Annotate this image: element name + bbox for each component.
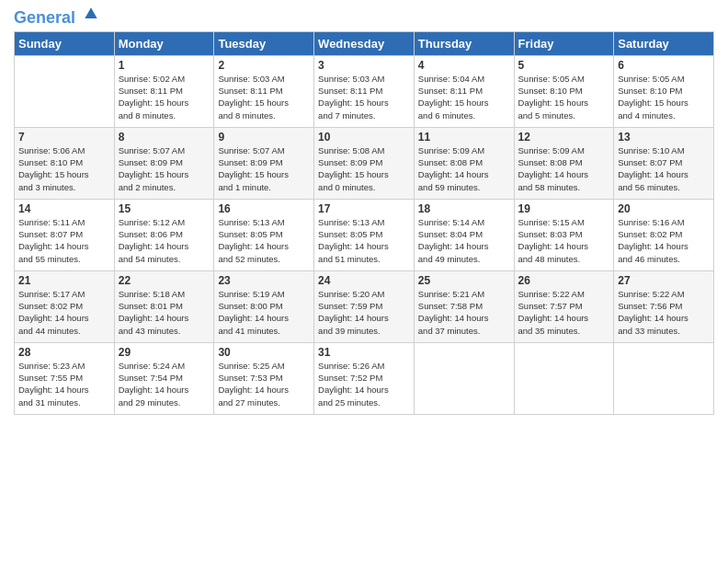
day-number: 8 (119, 131, 210, 144)
day-cell: 19Sunrise: 5:15 AM Sunset: 8:03 PM Dayli… (514, 199, 614, 270)
day-number: 2 (218, 59, 310, 72)
day-cell: 21Sunrise: 5:17 AM Sunset: 8:02 PM Dayli… (15, 270, 115, 342)
day-info: Sunrise: 5:04 AM Sunset: 8:11 PM Dayligh… (418, 73, 510, 121)
day-info: Sunrise: 5:25 AM Sunset: 7:53 PM Dayligh… (218, 360, 310, 408)
day-info: Sunrise: 5:10 AM Sunset: 8:07 PM Dayligh… (618, 144, 710, 193)
day-info: Sunrise: 5:15 AM Sunset: 8:03 PM Dayligh… (518, 216, 610, 265)
day-cell: 14Sunrise: 5:11 AM Sunset: 8:07 PM Dayli… (15, 199, 115, 270)
weekday-header-wednesday: Wednesday (314, 31, 415, 55)
day-cell (15, 55, 115, 127)
day-cell: 5Sunrise: 5:05 AM Sunset: 8:10 PM Daylig… (514, 55, 614, 127)
day-number: 27 (618, 274, 710, 287)
day-info: Sunrise: 5:06 AM Sunset: 8:10 PM Dayligh… (18, 144, 110, 193)
day-cell (614, 342, 714, 414)
weekday-row: SundayMondayTuesdayWednesdayThursdayFrid… (15, 31, 714, 55)
logo-text: General (14, 9, 100, 28)
weekday-header-saturday: Saturday (614, 31, 714, 55)
day-number: 10 (318, 131, 410, 144)
weekday-header-tuesday: Tuesday (214, 31, 314, 55)
day-number: 9 (218, 131, 310, 144)
week-row-1: 1Sunrise: 5:02 AM Sunset: 8:11 PM Daylig… (15, 55, 714, 127)
day-cell: 25Sunrise: 5:21 AM Sunset: 7:58 PM Dayli… (414, 270, 514, 342)
day-cell: 3Sunrise: 5:03 AM Sunset: 8:11 PM Daylig… (314, 55, 415, 127)
day-number: 4 (418, 59, 510, 72)
week-row-3: 14Sunrise: 5:11 AM Sunset: 8:07 PM Dayli… (15, 199, 714, 270)
day-number: 26 (518, 274, 610, 287)
day-cell: 29Sunrise: 5:24 AM Sunset: 7:54 PM Dayli… (114, 342, 214, 414)
day-number: 16 (218, 202, 310, 215)
day-cell: 18Sunrise: 5:14 AM Sunset: 8:04 PM Dayli… (414, 199, 514, 270)
day-number: 25 (418, 274, 510, 287)
day-info: Sunrise: 5:18 AM Sunset: 8:01 PM Dayligh… (119, 288, 210, 337)
day-info: Sunrise: 5:07 AM Sunset: 8:09 PM Dayligh… (218, 144, 310, 193)
day-info: Sunrise: 5:09 AM Sunset: 8:08 PM Dayligh… (518, 144, 610, 193)
day-info: Sunrise: 5:07 AM Sunset: 8:09 PM Dayligh… (119, 144, 210, 193)
day-cell: 13Sunrise: 5:10 AM Sunset: 8:07 PM Dayli… (614, 127, 714, 199)
day-cell: 22Sunrise: 5:18 AM Sunset: 8:01 PM Dayli… (114, 270, 214, 342)
day-cell: 20Sunrise: 5:16 AM Sunset: 8:02 PM Dayli… (614, 199, 714, 270)
day-info: Sunrise: 5:16 AM Sunset: 8:02 PM Dayligh… (618, 216, 710, 265)
day-cell: 4Sunrise: 5:04 AM Sunset: 8:11 PM Daylig… (414, 55, 514, 127)
day-info: Sunrise: 5:08 AM Sunset: 8:09 PM Dayligh… (318, 144, 410, 193)
day-number: 19 (518, 202, 610, 215)
day-number: 6 (618, 59, 710, 72)
day-number: 28 (18, 346, 110, 359)
day-cell: 6Sunrise: 5:05 AM Sunset: 8:10 PM Daylig… (614, 55, 714, 127)
week-row-5: 28Sunrise: 5:23 AM Sunset: 7:55 PM Dayli… (15, 342, 714, 414)
day-number: 5 (518, 59, 610, 72)
day-info: Sunrise: 5:03 AM Sunset: 8:11 PM Dayligh… (318, 73, 410, 121)
day-info: Sunrise: 5:13 AM Sunset: 8:05 PM Dayligh… (318, 216, 410, 265)
day-number: 18 (418, 202, 510, 215)
day-cell: 2Sunrise: 5:03 AM Sunset: 8:11 PM Daylig… (214, 55, 314, 127)
day-cell (414, 342, 514, 414)
day-number: 12 (518, 131, 610, 144)
day-cell: 23Sunrise: 5:19 AM Sunset: 8:00 PM Dayli… (214, 270, 314, 342)
logo: General (14, 9, 100, 24)
svg-marker-0 (85, 7, 97, 18)
day-number: 3 (318, 59, 410, 72)
day-info: Sunrise: 5:02 AM Sunset: 8:11 PM Dayligh… (119, 73, 210, 121)
day-info: Sunrise: 5:13 AM Sunset: 8:05 PM Dayligh… (218, 216, 310, 265)
day-info: Sunrise: 5:20 AM Sunset: 7:59 PM Dayligh… (318, 288, 410, 337)
day-cell: 11Sunrise: 5:09 AM Sunset: 8:08 PM Dayli… (414, 127, 514, 199)
day-number: 24 (318, 274, 410, 287)
day-number: 22 (119, 274, 210, 287)
day-info: Sunrise: 5:19 AM Sunset: 8:00 PM Dayligh… (218, 288, 310, 337)
day-info: Sunrise: 5:22 AM Sunset: 7:56 PM Dayligh… (618, 288, 710, 337)
day-info: Sunrise: 5:03 AM Sunset: 8:11 PM Dayligh… (218, 73, 310, 121)
calendar-table: SundayMondayTuesdayWednesdayThursdayFrid… (14, 31, 714, 415)
week-row-4: 21Sunrise: 5:17 AM Sunset: 8:02 PM Dayli… (15, 270, 714, 342)
day-cell: 31Sunrise: 5:26 AM Sunset: 7:52 PM Dayli… (314, 342, 415, 414)
day-info: Sunrise: 5:12 AM Sunset: 8:06 PM Dayligh… (119, 216, 210, 265)
week-row-2: 7Sunrise: 5:06 AM Sunset: 8:10 PM Daylig… (15, 127, 714, 199)
day-info: Sunrise: 5:17 AM Sunset: 8:02 PM Dayligh… (18, 288, 110, 337)
day-number: 23 (218, 274, 310, 287)
day-cell (514, 342, 614, 414)
day-info: Sunrise: 5:14 AM Sunset: 8:04 PM Dayligh… (418, 216, 510, 265)
day-number: 30 (218, 346, 310, 359)
day-info: Sunrise: 5:09 AM Sunset: 8:08 PM Dayligh… (418, 144, 510, 193)
day-info: Sunrise: 5:22 AM Sunset: 7:57 PM Dayligh… (518, 288, 610, 337)
day-number: 17 (318, 202, 410, 215)
day-cell: 15Sunrise: 5:12 AM Sunset: 8:06 PM Dayli… (114, 199, 214, 270)
calendar-body: 1Sunrise: 5:02 AM Sunset: 8:11 PM Daylig… (15, 55, 714, 414)
day-cell: 7Sunrise: 5:06 AM Sunset: 8:10 PM Daylig… (15, 127, 115, 199)
day-cell: 8Sunrise: 5:07 AM Sunset: 8:09 PM Daylig… (114, 127, 214, 199)
day-number: 1 (119, 59, 210, 72)
day-info: Sunrise: 5:11 AM Sunset: 8:07 PM Dayligh… (18, 216, 110, 265)
day-info: Sunrise: 5:05 AM Sunset: 8:10 PM Dayligh… (518, 73, 610, 121)
day-number: 20 (618, 202, 710, 215)
weekday-header-sunday: Sunday (15, 31, 115, 55)
day-number: 13 (618, 131, 710, 144)
header: General (14, 9, 714, 24)
main-container: General SundayMondayTuesdayWednesdayThur… (0, 0, 728, 563)
day-info: Sunrise: 5:24 AM Sunset: 7:54 PM Dayligh… (119, 360, 210, 408)
day-number: 14 (18, 202, 110, 215)
day-number: 29 (119, 346, 210, 359)
weekday-header-monday: Monday (114, 31, 214, 55)
day-number: 31 (318, 346, 410, 359)
day-number: 11 (418, 131, 510, 144)
day-cell: 17Sunrise: 5:13 AM Sunset: 8:05 PM Dayli… (314, 199, 415, 270)
day-info: Sunrise: 5:26 AM Sunset: 7:52 PM Dayligh… (318, 360, 410, 408)
logo-icon (82, 5, 100, 23)
